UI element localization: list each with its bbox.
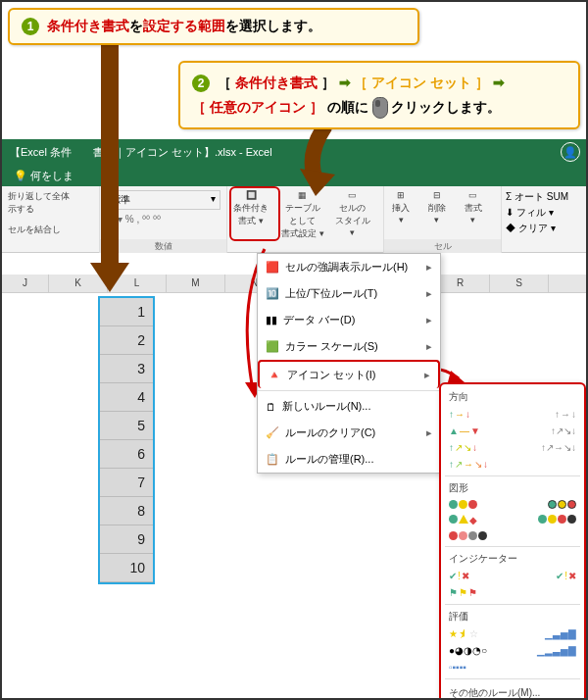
rank-icon: 🔟 (266, 287, 279, 300)
chevron-right-icon: ▸ (424, 369, 430, 381)
iconset-3stars[interactable]: ★⯨☆ (449, 628, 478, 639)
colorscale-icon: 🟩 (266, 340, 279, 353)
iconset-3flags[interactable]: ⚑⚑⚑ (449, 587, 477, 598)
iconset-4traffic[interactable] (538, 515, 576, 525)
clear-icon: 🧹 (266, 426, 279, 439)
arrow-right-icon: ➡ (493, 75, 505, 90)
iconset-3traffic-rim[interactable] (548, 500, 576, 509)
cell[interactable]: 8 (100, 497, 153, 525)
chevron-right-icon: ▸ (426, 340, 432, 353)
chevron-right-icon: ▸ (426, 261, 432, 274)
clear-button[interactable]: ◆ クリア ▾ (506, 221, 586, 236)
selected-range[interactable]: 1 2 3 4 5 6 7 8 9 10 (98, 296, 155, 584)
menu-manage-rules[interactable]: 📋ルールの管理(R)... (258, 446, 440, 473)
menu-highlight-rules[interactable]: 🟥セルの強調表示ルール(H)▸ (258, 254, 440, 280)
menu-color-scales[interactable]: 🟩カラー スケール(S)▸ (258, 333, 440, 360)
cell[interactable]: 9 (100, 525, 153, 554)
cell[interactable]: 5 (100, 412, 153, 440)
callout-2: 2 ［ 条件付き書式 ］ ➡ ［ アイコン セット ］ ➡ ［ 任意のアイコン … (178, 61, 580, 129)
highlight-cf-button (229, 186, 280, 241)
arrow-down-brown-2 (286, 125, 365, 204)
chevron-right-icon: ▸ (426, 426, 432, 439)
autosum-button[interactable]: Σ オート SUM (506, 189, 586, 205)
iconset-3arrows-gray[interactable]: ↑→↓ (555, 409, 576, 420)
iconset-5bars[interactable]: ▁▂▃▅▇ (537, 645, 576, 656)
callout-1-num: 1 (22, 18, 39, 35)
menu-new-rule[interactable]: 🗒新しいルール(N)... (258, 393, 440, 420)
menu-icon-sets[interactable]: 🔺アイコン セット(I)▸ (258, 360, 440, 388)
iconset-3symbols[interactable]: ✔!✖ (556, 571, 576, 581)
format-icon: ▭ (461, 190, 486, 200)
arrow-right-icon: ➡ (339, 75, 351, 90)
iconset-3triangles[interactable]: ▲—▼ (449, 425, 480, 436)
share-icon[interactable]: 👤 (561, 142, 580, 162)
iconset-redblack[interactable] (449, 531, 487, 540)
col-header[interactable]: S (490, 275, 549, 292)
iconset-3signs[interactable]: ◆ (449, 515, 477, 525)
menu-clear-rules[interactable]: 🧹ルールのクリア(C)▸ (258, 420, 440, 446)
chevron-right-icon: ▸ (426, 314, 432, 326)
highlight-icon: 🟥 (266, 261, 279, 274)
cell[interactable]: 3 (100, 355, 153, 383)
databar-icon: ▮▮ (266, 314, 277, 326)
fill-button[interactable]: ⬇ フィル ▾ (506, 205, 586, 221)
col-header[interactable]: J (2, 275, 49, 292)
ribbon-group-cells: セル (384, 239, 501, 253)
iconset-5arrows-gray[interactable]: ↑↗→↘↓ (541, 442, 576, 453)
col-header[interactable]: M (167, 275, 225, 292)
menu-data-bars[interactable]: ▮▮データ バー(D)▸ (258, 307, 440, 333)
section-rating: 評価 (445, 608, 580, 625)
iconset-4arrows[interactable]: ↑↗↘↓ (449, 442, 477, 453)
cell[interactable]: 2 (100, 326, 153, 355)
iconset-3traffic[interactable] (449, 500, 477, 509)
manage-icon: 📋 (266, 453, 279, 466)
cell[interactable]: 1 (100, 298, 153, 326)
format-button[interactable]: ▭書式 ▾ (457, 186, 490, 226)
callout-1: 1 条件付き書式を設定する範囲を選択します。 (8, 8, 419, 45)
iconset-4bars[interactable]: ▁▃▅▇ (545, 628, 576, 639)
cell[interactable]: 10 (100, 554, 153, 582)
section-indicator: インジケーター (445, 550, 580, 568)
iconset-4arrows-gray[interactable]: ↑↗↘↓ (551, 425, 576, 436)
section-shapes: 図形 (445, 479, 580, 497)
iconset-3symbols-circle[interactable]: ✔!✖ (449, 571, 469, 581)
arrow-down-brown-1 (71, 37, 149, 292)
mouse-icon (372, 97, 388, 119)
iconset-5arrows[interactable]: ↑↗→↘↓ (449, 459, 488, 470)
section-direction: 方向 (445, 388, 580, 406)
cell[interactable]: 4 (100, 383, 153, 412)
new-icon: 🗒 (266, 401, 276, 413)
insert-icon: ⊞ (388, 190, 414, 200)
more-rules[interactable]: その他のルール(M)... (445, 682, 580, 700)
iconset-icon: 🔺 (268, 369, 281, 381)
menu-top-bottom-rules[interactable]: 🔟上位/下位ルール(T)▸ (258, 280, 440, 307)
conditional-formatting-menu: 🟥セルの強調表示ルール(H)▸ 🔟上位/下位ルール(T)▸ ▮▮データ バー(D… (257, 253, 441, 474)
chevron-right-icon: ▸ (426, 287, 432, 300)
cell[interactable]: 7 (100, 469, 153, 497)
iconset-5quarters[interactable]: ●◕◑◔○ (449, 645, 487, 656)
icon-sets-submenu: 方向 ↑→↓ ↑→↓ ▲—▼ ↑↗↘↓ ↑↗↘↓ ↑↗→↘↓ ↑↗→↘↓ 図形 … (439, 382, 586, 700)
callout-2-num: 2 (192, 75, 210, 92)
cell[interactable]: 6 (100, 440, 153, 469)
insert-button[interactable]: ⊞挿入 ▾ (384, 186, 417, 226)
delete-icon: ⊟ (424, 190, 450, 200)
delete-button[interactable]: ⊟削除 ▾ (420, 186, 454, 226)
iconset-5boxes[interactable]: ▫▪▪▪▪ (449, 662, 466, 673)
iconset-3arrows[interactable]: ↑→↓ (449, 409, 470, 420)
